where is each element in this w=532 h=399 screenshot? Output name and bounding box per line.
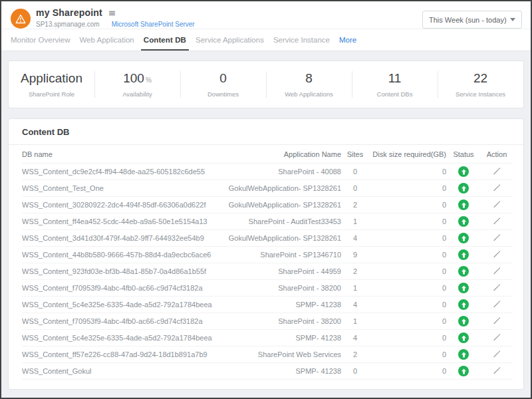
status-up-icon (458, 266, 469, 277)
stat-web-applications: 8Web Applications (266, 61, 352, 108)
stat-value: 100 (123, 71, 144, 85)
stat-downtimes: 0Downtimes (180, 61, 266, 108)
time-period-dropdown[interactable]: This Week (sun - today) (422, 11, 522, 29)
db-name-cell: WSS_Content_Test_One (22, 180, 221, 197)
disk-size-cell: 0 (369, 247, 446, 263)
edit-pencil-icon[interactable] (493, 317, 501, 326)
tab-web-application[interactable]: Web Application (76, 29, 136, 51)
sites-cell: 1 (341, 313, 369, 330)
tab-content-db[interactable]: Content DB (141, 29, 189, 51)
sites-cell: 9 (341, 247, 369, 263)
stat-service-instances: 22Service Instances (438, 61, 523, 108)
column-header-status: Status (446, 145, 481, 164)
application-name-cell: SharePoint - 44959 (221, 263, 341, 280)
stat-value: 8 (305, 71, 313, 85)
tab-monitor-overview[interactable]: Monitor Overview (8, 29, 72, 51)
application-name-cell: GokulWebApplication- SP1328261 (221, 180, 341, 197)
stat-content-dbs: 11Content DBs (352, 61, 438, 108)
table-row: WSS_Content_30280922-2dc4-494f-85df-6630… (22, 197, 513, 213)
content-db-card: Content DB DB nameApplication NameSitesD… (8, 118, 524, 390)
application-name-cell: SharePoint - SP1346710 (221, 247, 341, 263)
status-up-icon (458, 183, 469, 194)
status-up-icon (458, 249, 469, 260)
monitor-host: SP13.spmanage.com (36, 21, 100, 28)
server-type-link[interactable]: Microsoft SharePoint Server (112, 21, 195, 28)
hamburger-menu-icon[interactable]: ≡ (108, 8, 116, 17)
stat-label: SharePoint Role (29, 90, 74, 98)
disk-size-cell: 0 (369, 263, 446, 280)
table-title: Content DB (9, 119, 523, 145)
table-header-row: DB nameApplication NameSitesDisk size re… (22, 145, 513, 164)
db-name-cell: WSS_Content_ff57e226-cc88-47ad-9d24-18d1… (22, 346, 221, 363)
disk-size-cell: 0 (369, 280, 446, 297)
stat-label: Service Instances (456, 90, 505, 98)
db-name-cell: WSS_Content_Gokul (22, 363, 221, 380)
table-row: WSS_Content_ff4ea452-5cdc-44eb-a9a6-50e1… (22, 213, 513, 230)
column-header-sites: Sites (341, 145, 369, 164)
stat-label: Downtimes (207, 90, 239, 98)
edit-pencil-icon[interactable] (493, 233, 501, 243)
edit-pencil-icon[interactable] (493, 267, 501, 276)
db-name-cell: WSS_Content_5c4e325e-6335-4ade-a5d2-792a… (22, 297, 221, 313)
tab-service-instance[interactable]: Service Instance (271, 29, 332, 51)
tab-service-applications[interactable]: Service Applications (193, 29, 267, 51)
edit-pencil-icon[interactable] (493, 366, 501, 376)
edit-pencil-icon[interactable] (493, 250, 501, 259)
content-area: ApplicationSharePoint Role100%Availabili… (1, 51, 531, 398)
sharepoint-monitor-logo (11, 9, 31, 29)
db-name-cell: WSS_Content_5c4e325e-6335-4ade-a5d2-792a… (22, 330, 221, 346)
disk-size-cell: 0 (369, 230, 446, 247)
status-up-icon (458, 366, 469, 376)
sites-cell: 4 (341, 230, 369, 247)
sites-cell: 2 (341, 346, 369, 363)
disk-size-cell: 0 (369, 330, 446, 346)
edit-pencil-icon[interactable] (493, 167, 501, 176)
sites-cell: 2 (341, 197, 369, 213)
disk-size-cell: 0 (369, 297, 446, 313)
stat-label: Availability (122, 90, 152, 98)
application-name-cell: SPMP- 41238 (221, 363, 341, 380)
disk-size-cell: 0 (369, 363, 446, 380)
stat-value: Application (21, 71, 82, 85)
sites-cell: 0 (341, 164, 369, 180)
stat-sharepoint-role: ApplicationSharePoint Role (9, 61, 94, 108)
edit-pencil-icon[interactable] (493, 333, 501, 342)
status-up-icon (458, 200, 469, 210)
edit-pencil-icon[interactable] (493, 283, 501, 293)
db-name-cell: WSS_Content_923fd03e-bf3b-48a1-85b7-0a4d… (22, 263, 221, 280)
status-up-icon (458, 233, 469, 243)
stat-label: Web Applications (285, 90, 333, 98)
edit-pencil-icon[interactable] (493, 200, 501, 209)
stat-availability: 100%Availability (94, 61, 180, 108)
application-name-cell: SPMP- 41238 (221, 330, 341, 346)
stats-summary-card: ApplicationSharePoint Role100%Availabili… (8, 61, 524, 108)
tab-more[interactable]: More (336, 29, 359, 51)
stat-suffix: % (146, 76, 152, 84)
status-up-icon (458, 299, 469, 310)
column-header-application-name: Application Name (221, 145, 341, 164)
application-name-cell: SharePoint - 40088 (221, 164, 341, 180)
edit-pencil-icon[interactable] (493, 300, 501, 309)
column-header-db-name: DB name (22, 145, 221, 164)
page-title: my Sharepoint (36, 7, 102, 18)
application-name-cell: GokulWebApplication- SP1328261 (221, 197, 341, 213)
content-db-table: DB nameApplication NameSitesDisk size re… (22, 145, 513, 380)
stat-label: Content DBs (377, 90, 413, 98)
disk-size-cell: 0 (369, 346, 446, 363)
edit-pencil-icon[interactable] (493, 350, 501, 359)
edit-pencil-icon[interactable] (493, 184, 501, 193)
time-period-value: This Week (sun - today) (429, 16, 507, 24)
disk-size-cell: 0 (369, 313, 446, 330)
status-up-icon (458, 216, 469, 227)
table-row: WSS_Content_ff57e226-cc88-47ad-9d24-18d1… (22, 346, 513, 363)
stat-value: 22 (473, 71, 487, 85)
table-row: WSS_Content_5c4e325e-6335-4ade-a5d2-792a… (22, 330, 513, 346)
edit-pencil-icon[interactable] (493, 217, 501, 226)
sites-cell: 1 (341, 280, 369, 297)
db-name-cell: WSS_Content_ff4ea452-5cdc-44eb-a9a6-50e1… (22, 213, 221, 230)
table-row: WSS_Content_f70953f9-4abc-4fb0-ac66-c9d7… (22, 280, 513, 297)
disk-size-cell: 0 (369, 180, 446, 197)
application-name-cell: GokulWebApplication- SP1328261 (221, 230, 341, 247)
table-row: WSS_Content_44b8b580-9666-457b-88d4-da9e… (22, 247, 513, 263)
disk-size-cell: 0 (369, 164, 446, 180)
